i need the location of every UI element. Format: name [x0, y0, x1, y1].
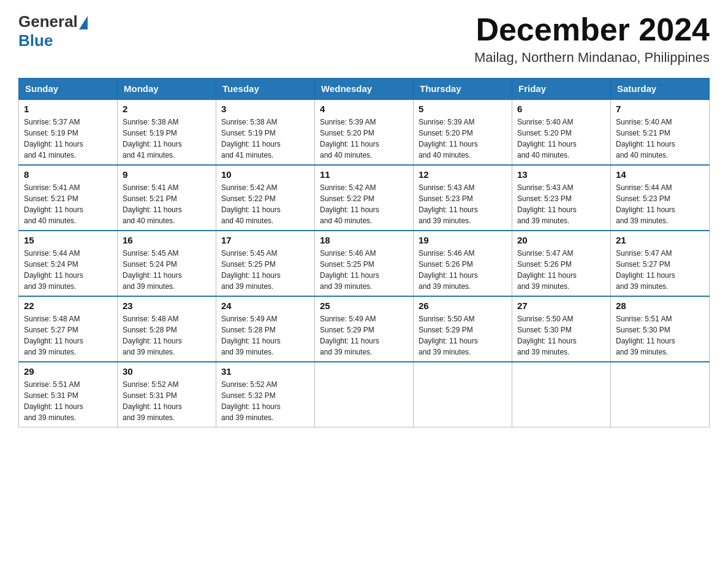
calendar-cell: 13Sunrise: 5:43 AMSunset: 5:23 PMDayligh… [512, 165, 611, 231]
day-number: 8 [24, 169, 112, 180]
day-number: 1 [24, 104, 112, 114]
day-info: Sunrise: 5:43 AMSunset: 5:23 PMDaylight:… [419, 182, 507, 226]
logo-blue-text: Blue [18, 31, 53, 50]
calendar-cell: 7Sunrise: 5:40 AMSunset: 5:21 PMDaylight… [611, 99, 710, 165]
day-info: Sunrise: 5:52 AMSunset: 5:31 PMDaylight:… [123, 379, 211, 423]
week-row-3: 15Sunrise: 5:44 AMSunset: 5:24 PMDayligh… [19, 231, 710, 296]
week-row-2: 8Sunrise: 5:41 AMSunset: 5:21 PMDaylight… [19, 165, 710, 231]
calendar-cell: 20Sunrise: 5:47 AMSunset: 5:26 PMDayligh… [512, 231, 611, 296]
day-number: 10 [221, 169, 309, 180]
logo: General Blue [18, 12, 88, 50]
day-number: 7 [616, 104, 704, 114]
day-info: Sunrise: 5:44 AMSunset: 5:24 PMDaylight:… [24, 248, 112, 292]
calendar-cell: 5Sunrise: 5:39 AMSunset: 5:20 PMDaylight… [414, 99, 512, 165]
calendar-cell: 4Sunrise: 5:39 AMSunset: 5:20 PMDaylight… [315, 99, 414, 165]
day-info: Sunrise: 5:47 AMSunset: 5:26 PMDaylight:… [517, 248, 605, 292]
calendar-cell: 27Sunrise: 5:50 AMSunset: 5:30 PMDayligh… [512, 296, 611, 362]
day-number: 6 [517, 104, 605, 114]
calendar-cell [512, 362, 611, 427]
day-info: Sunrise: 5:50 AMSunset: 5:29 PMDaylight:… [419, 313, 507, 358]
day-info: Sunrise: 5:47 AMSunset: 5:27 PMDaylight:… [616, 248, 704, 292]
weekday-header-saturday: Saturday [611, 79, 710, 100]
day-info: Sunrise: 5:51 AMSunset: 5:31 PMDaylight:… [24, 379, 112, 423]
week-row-1: 1Sunrise: 5:37 AMSunset: 5:19 PMDaylight… [19, 99, 710, 165]
day-number: 14 [616, 169, 704, 180]
calendar-cell: 8Sunrise: 5:41 AMSunset: 5:21 PMDaylight… [19, 165, 118, 231]
calendar-table: SundayMondayTuesdayWednesdayThursdayFrid… [18, 78, 710, 427]
day-info: Sunrise: 5:45 AMSunset: 5:24 PMDaylight:… [123, 248, 211, 292]
calendar-cell: 22Sunrise: 5:48 AMSunset: 5:27 PMDayligh… [19, 296, 118, 362]
day-number: 28 [616, 301, 704, 311]
weekday-header-row: SundayMondayTuesdayWednesdayThursdayFrid… [19, 79, 710, 100]
day-info: Sunrise: 5:48 AMSunset: 5:27 PMDaylight:… [24, 313, 112, 358]
logo-triangle-icon [79, 16, 88, 29]
day-info: Sunrise: 5:50 AMSunset: 5:30 PMDaylight:… [517, 313, 605, 358]
day-number: 26 [419, 301, 507, 311]
calendar-cell: 15Sunrise: 5:44 AMSunset: 5:24 PMDayligh… [19, 231, 118, 296]
calendar-cell: 12Sunrise: 5:43 AMSunset: 5:23 PMDayligh… [414, 165, 512, 231]
weekday-header-sunday: Sunday [19, 79, 118, 100]
day-number: 18 [320, 235, 408, 245]
day-number: 23 [123, 301, 211, 311]
day-number: 3 [221, 104, 309, 114]
calendar-cell [315, 362, 414, 427]
day-number: 22 [24, 301, 112, 311]
day-info: Sunrise: 5:38 AMSunset: 5:19 PMDaylight:… [123, 117, 211, 161]
calendar-cell: 14Sunrise: 5:44 AMSunset: 5:23 PMDayligh… [611, 165, 710, 231]
calendar-cell: 9Sunrise: 5:41 AMSunset: 5:21 PMDaylight… [118, 165, 216, 231]
day-number: 13 [517, 169, 605, 180]
day-number: 31 [221, 366, 309, 377]
day-number: 12 [419, 169, 507, 180]
day-info: Sunrise: 5:51 AMSunset: 5:30 PMDaylight:… [616, 313, 704, 358]
day-info: Sunrise: 5:52 AMSunset: 5:32 PMDaylight:… [221, 379, 309, 423]
weekday-header-tuesday: Tuesday [216, 79, 315, 100]
day-info: Sunrise: 5:39 AMSunset: 5:20 PMDaylight:… [419, 117, 507, 161]
day-number: 17 [221, 235, 309, 245]
calendar-cell: 3Sunrise: 5:38 AMSunset: 5:19 PMDaylight… [216, 99, 315, 165]
day-info: Sunrise: 5:46 AMSunset: 5:25 PMDaylight:… [320, 248, 408, 292]
day-info: Sunrise: 5:39 AMSunset: 5:20 PMDaylight:… [320, 117, 408, 161]
calendar-cell: 21Sunrise: 5:47 AMSunset: 5:27 PMDayligh… [611, 231, 710, 296]
day-info: Sunrise: 5:48 AMSunset: 5:28 PMDaylight:… [123, 313, 211, 358]
day-info: Sunrise: 5:40 AMSunset: 5:21 PMDaylight:… [616, 117, 704, 161]
calendar-cell: 30Sunrise: 5:52 AMSunset: 5:31 PMDayligh… [118, 362, 216, 427]
day-info: Sunrise: 5:41 AMSunset: 5:21 PMDaylight:… [24, 182, 112, 226]
day-info: Sunrise: 5:40 AMSunset: 5:20 PMDaylight:… [517, 117, 605, 161]
calendar-cell: 25Sunrise: 5:49 AMSunset: 5:29 PMDayligh… [315, 296, 414, 362]
calendar-cell: 2Sunrise: 5:38 AMSunset: 5:19 PMDaylight… [118, 99, 216, 165]
weekday-header-wednesday: Wednesday [315, 79, 414, 100]
week-row-5: 29Sunrise: 5:51 AMSunset: 5:31 PMDayligh… [19, 362, 710, 427]
day-info: Sunrise: 5:49 AMSunset: 5:29 PMDaylight:… [320, 313, 408, 358]
day-number: 25 [320, 301, 408, 311]
calendar-cell [611, 362, 710, 427]
month-title: December 2024 [474, 12, 710, 47]
day-number: 29 [24, 366, 112, 377]
calendar-cell: 28Sunrise: 5:51 AMSunset: 5:30 PMDayligh… [611, 296, 710, 362]
calendar-cell: 18Sunrise: 5:46 AMSunset: 5:25 PMDayligh… [315, 231, 414, 296]
calendar-cell: 10Sunrise: 5:42 AMSunset: 5:22 PMDayligh… [216, 165, 315, 231]
calendar-cell [414, 362, 512, 427]
calendar-cell: 6Sunrise: 5:40 AMSunset: 5:20 PMDaylight… [512, 99, 611, 165]
weekday-header-monday: Monday [118, 79, 216, 100]
calendar-cell: 23Sunrise: 5:48 AMSunset: 5:28 PMDayligh… [118, 296, 216, 362]
day-number: 16 [123, 235, 211, 245]
day-info: Sunrise: 5:41 AMSunset: 5:21 PMDaylight:… [123, 182, 211, 226]
logo-general-text: General [18, 12, 78, 31]
location-title: Mailag, Northern Mindanao, Philippines [474, 50, 710, 66]
day-number: 20 [517, 235, 605, 245]
title-area: December 2024 Mailag, Northern Mindanao,… [474, 12, 710, 66]
day-number: 4 [320, 104, 408, 114]
day-number: 15 [24, 235, 112, 245]
calendar-cell: 17Sunrise: 5:45 AMSunset: 5:25 PMDayligh… [216, 231, 315, 296]
calendar-cell: 1Sunrise: 5:37 AMSunset: 5:19 PMDaylight… [19, 99, 118, 165]
day-number: 27 [517, 301, 605, 311]
calendar-cell: 29Sunrise: 5:51 AMSunset: 5:31 PMDayligh… [19, 362, 118, 427]
calendar-cell: 31Sunrise: 5:52 AMSunset: 5:32 PMDayligh… [216, 362, 315, 427]
day-info: Sunrise: 5:49 AMSunset: 5:28 PMDaylight:… [221, 313, 309, 358]
day-info: Sunrise: 5:43 AMSunset: 5:23 PMDaylight:… [517, 182, 605, 226]
day-info: Sunrise: 5:37 AMSunset: 5:19 PMDaylight:… [24, 117, 112, 161]
day-info: Sunrise: 5:38 AMSunset: 5:19 PMDaylight:… [221, 117, 309, 161]
day-number: 9 [123, 169, 211, 180]
weekday-header-friday: Friday [512, 79, 611, 100]
day-info: Sunrise: 5:45 AMSunset: 5:25 PMDaylight:… [221, 248, 309, 292]
